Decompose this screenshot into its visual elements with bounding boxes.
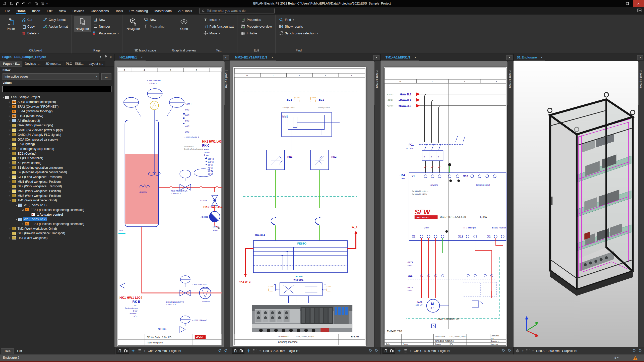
zoom-window-icon[interactable]: [502, 349, 505, 353]
tree-expander-icon[interactable]: ▷: [8, 180, 12, 183]
tab-pages[interactable]: Pages - E...: [1, 61, 22, 67]
tree-expander-icon[interactable]: ▷: [8, 115, 12, 117]
doc1-close-icon[interactable]: ×: [141, 56, 143, 59]
tree-view-tab[interactable]: Tree: [1, 349, 14, 354]
tree-item[interactable]: ◢A2 (Enclosure 2): [0, 217, 114, 222]
in-table-button[interactable]: In table: [240, 30, 273, 36]
tree-item[interactable]: ▷GL2 (Work workpiece: Transport): [0, 184, 114, 189]
tree-expander-icon[interactable]: ▷: [8, 105, 12, 108]
text-insert-button[interactable]: TInsert▾: [203, 17, 235, 23]
tree-expander-icon[interactable]: ▷: [8, 152, 12, 155]
status-symbols[interactable]: # ~: [614, 356, 619, 359]
tree-item[interactable]: 1 Actuator control: [0, 212, 114, 217]
doc1-insert-center-strip[interactable]: Insert center: [224, 61, 230, 347]
snap-on-icon[interactable]: [233, 349, 237, 353]
design-mode-icon[interactable]: [397, 349, 401, 353]
filter-more-button[interactable]: ...: [101, 73, 111, 80]
tree-expander-icon[interactable]: ▷: [8, 176, 12, 178]
list-view-tab[interactable]: List: [14, 349, 25, 354]
tree-expander-icon[interactable]: ▷: [8, 195, 12, 197]
zoom-fit-icon[interactable]: [507, 349, 511, 353]
zoom-fit-icon[interactable]: [374, 349, 378, 353]
tree-item[interactable]: ▷TM2 (Work workpiece: Grind): [0, 226, 114, 231]
tree-item[interactable]: ▷MM1 (Feed workpiece: Position): [0, 179, 114, 184]
layout-navigator-button[interactable]: Navigator: [125, 16, 142, 32]
doc2-tab-list-icon[interactable]: ▾: [373, 55, 379, 60]
object-snap-icon[interactable]: [390, 349, 394, 353]
zoom-window-icon[interactable]: [369, 349, 372, 353]
scale[interactable]: Logic 1:1: [438, 349, 451, 353]
page-backward-icon[interactable]: [3, 1, 7, 6]
tree-item[interactable]: ▷EA (Lighting): [0, 142, 114, 147]
tree-item[interactable]: ▷&ADB1 (Structure description): [0, 100, 114, 104]
tree-expander-icon[interactable]: ▷: [8, 232, 12, 234]
doc1-tab[interactable]: =HK1&PFB/1 ×: [114, 54, 146, 61]
path-function-text-button[interactable]: TPath function text: [203, 23, 235, 30]
tree-expander-icon[interactable]: ▷: [8, 124, 12, 127]
tree-item[interactable]: ▷GAB2 (24 V supply PLC signals): [0, 133, 114, 137]
tab-devices-nav[interactable]: Devices -...: [23, 61, 43, 67]
page-number-button[interactable]: 123Number: [92, 23, 120, 30]
tree-item[interactable]: ▷MM3 (Work workpiece: Position): [0, 193, 114, 198]
tree-expander-icon[interactable]: ▷: [8, 237, 12, 239]
tree-expander-icon[interactable]: ▷: [8, 162, 12, 164]
tree-item[interactable]: ▷GAA (400 V power supply): [0, 123, 114, 128]
synchronize-selection-button[interactable]: Synchronize selection▾: [278, 30, 319, 36]
tree-item[interactable]: ▷A4 (Enclosure 3): [0, 118, 114, 123]
grid-icon[interactable]: [404, 349, 407, 353]
doc3-tab[interactable]: =TM1+A1&EFS1/1 ×: [380, 54, 419, 61]
tree-item[interactable]: ▷GAB1 (24 V device power supply): [0, 128, 114, 133]
grid-size[interactable]: Grid: 2.50 mm: [148, 349, 167, 353]
show-results-button[interactable]: Show results: [278, 23, 319, 30]
scale[interactable]: Logic 1:1: [169, 349, 182, 353]
tree-expander-icon[interactable]: ▷: [8, 148, 12, 150]
doc4-canvas[interactable]: [513, 61, 638, 347]
tree-expander-icon[interactable]: ▷: [8, 134, 12, 136]
doc3-canvas[interactable]: 0 1 2 3 =Q2/ 1.9 =GAA-2L1 =Q2/ 1.9 =GAA-…: [380, 61, 507, 347]
doc4-tab-list-icon[interactable]: ▾: [637, 55, 643, 60]
grid-size[interactable]: Grid B: 2.00 mm: [263, 349, 285, 353]
warning-icon[interactable]: [633, 356, 638, 360]
filter-combo[interactable]: Interactive pages ▾: [3, 73, 99, 80]
grid-size[interactable]: Grid C: 4.00 mm: [414, 349, 436, 353]
tree-item[interactable]: ▷GL1 (Feed workpiece: Transport): [0, 175, 114, 179]
tree-expander-icon[interactable]: ◢: [14, 218, 18, 220]
copy-button[interactable]: Copy: [21, 23, 40, 30]
tree-item[interactable]: ▷S2 (Machine operation control panel): [0, 170, 114, 175]
text-insert-dropdown-icon[interactable]: ▾: [219, 19, 220, 21]
tree-expander-icon[interactable]: ▷: [8, 157, 12, 159]
property-overview-button[interactable]: Property overview: [240, 23, 273, 30]
tree-expander-icon[interactable]: ▷: [8, 129, 12, 131]
tree-expander-icon[interactable]: ◢: [21, 209, 25, 211]
grid-icon[interactable]: [253, 349, 257, 353]
snap-on-icon[interactable]: [384, 349, 388, 353]
zoom-window-icon[interactable]: [632, 349, 636, 353]
workspace-layout-icon[interactable]: [637, 8, 641, 14]
delete-dropdown-icon[interactable]: ▾: [38, 32, 39, 35]
tree-item[interactable]: ▷&ETC1 (Model view): [0, 114, 114, 118]
maximize-button[interactable]: [622, 0, 633, 7]
tab-master-data[interactable]: Master data: [151, 7, 175, 15]
assign-format-button[interactable]: Assign format: [42, 23, 69, 30]
undo-alt-icon[interactable]: [21, 1, 26, 6]
tree-expander-icon[interactable]: ▷: [8, 138, 12, 141]
tree-item[interactable]: ▷GQA (Compressed air supply): [0, 137, 114, 142]
sync-dropdown-icon[interactable]: ▾: [317, 32, 318, 35]
panel-close-icon[interactable]: ×: [110, 55, 112, 58]
zoom-fit-icon[interactable]: [224, 349, 227, 353]
tree-expander-icon[interactable]: ▷: [8, 227, 12, 230]
value-input[interactable]: [3, 86, 111, 92]
tree-expander-icon[interactable]: ▷: [8, 143, 12, 145]
tree-item[interactable]: ▷F (Emergency-stop control): [0, 147, 114, 151]
zoom-fit-icon[interactable]: [638, 349, 642, 353]
grid-icon[interactable]: [138, 349, 141, 353]
tree-expander-icon[interactable]: ◢: [1, 96, 5, 98]
cut-button[interactable]: Cut: [21, 17, 40, 23]
page-forward-icon[interactable]: [9, 1, 13, 6]
tree-item[interactable]: ◢ESS_Sample_Project: [0, 95, 114, 100]
scale[interactable]: Logic 1:1: [288, 349, 300, 353]
design-mode-icon[interactable]: [131, 349, 135, 353]
tell-me-search[interactable]: Tell me what you want to do: [199, 8, 275, 14]
doc4-tab[interactable]: S1:Enclosure ×: [513, 54, 546, 61]
quick-access-more-icon[interactable]: ▾: [46, 2, 48, 5]
